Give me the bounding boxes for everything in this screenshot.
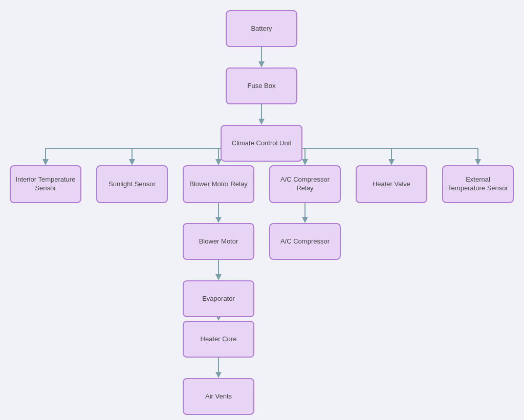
fuse-box-node: Fuse Box [226,68,297,104]
connections-svg [0,0,524,420]
diagram: Battery Fuse Box Climate Control Unit In… [0,0,524,420]
heater-core-node: Heater Core [183,321,254,358]
ac-compressor-node: A/C Compressor [269,223,341,260]
climate-control-node: Climate Control Unit [221,125,302,162]
heater-valve-node: Heater Valve [356,165,427,203]
blower-relay-node: Blower Motor Relay [183,165,254,203]
blower-motor-node: Blower Motor [183,223,254,260]
interior-temp-node: Interior Temperature Sensor [10,165,81,203]
ext-temp-node: External Temperature Sensor [442,165,514,203]
air-vents-node: Air Vents [183,378,254,415]
sunlight-sensor-node: Sunlight Sensor [96,165,168,203]
ac-relay-node: A/C Compressor Relay [269,165,341,203]
evaporator-node: Evaporator [183,280,254,317]
battery-node: Battery [226,10,297,47]
